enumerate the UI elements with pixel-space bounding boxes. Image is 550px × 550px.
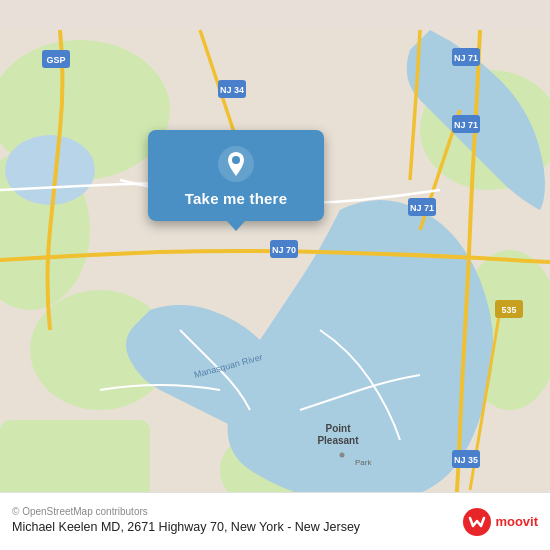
copyright-text: © OpenStreetMap contributors <box>12 506 360 517</box>
moovit-logo: moovit <box>463 508 538 536</box>
svg-text:NJ 35: NJ 35 <box>454 455 478 465</box>
svg-text:Park: Park <box>355 458 372 467</box>
svg-text:NJ 70: NJ 70 <box>272 245 296 255</box>
svg-text:NJ 34: NJ 34 <box>220 85 244 95</box>
svg-point-29 <box>340 453 345 458</box>
svg-point-9 <box>5 135 95 205</box>
location-pin-icon <box>218 146 254 182</box>
map-background: Manasquan River NJ 34 GSP NJ 35 NJ 71 NJ… <box>0 0 550 550</box>
svg-text:NJ 71: NJ 71 <box>454 53 478 63</box>
take-me-there-tooltip[interactable]: Take me there <box>148 130 324 221</box>
map-container: Manasquan River NJ 34 GSP NJ 35 NJ 71 NJ… <box>0 0 550 550</box>
svg-point-32 <box>232 156 240 164</box>
moovit-brand-text: moovit <box>495 514 538 529</box>
bottom-info: © OpenStreetMap contributors Michael Kee… <box>12 506 360 537</box>
svg-text:NJ 71: NJ 71 <box>454 120 478 130</box>
svg-text:NJ 71: NJ 71 <box>410 203 434 213</box>
take-me-there-button[interactable]: Take me there <box>185 190 287 207</box>
bottom-bar: © OpenStreetMap contributors Michael Kee… <box>0 492 550 550</box>
moovit-icon <box>463 508 491 536</box>
svg-text:Pleasant: Pleasant <box>317 435 359 446</box>
svg-text:GSP: GSP <box>46 55 65 65</box>
address-text: Michael Keelen MD, 2671 Highway 70, New … <box>12 519 360 537</box>
svg-text:Point: Point <box>326 423 352 434</box>
svg-text:535: 535 <box>501 305 516 315</box>
